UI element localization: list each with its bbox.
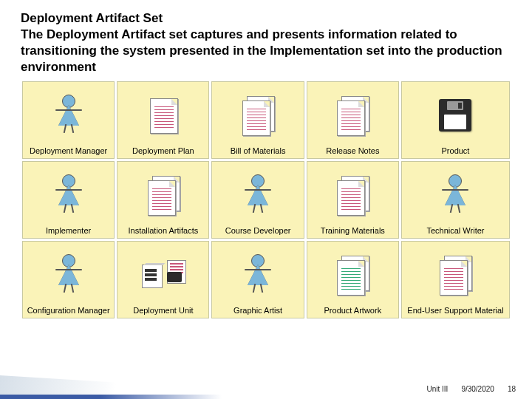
cell-label: Deployment Manager [30,146,107,156]
cell-deployment-plan: Deployment Plan [117,81,209,159]
cell-label: Product [442,146,470,156]
cell-bill-of-materials: Bill of Materials [211,81,304,159]
footer-unit: Unit III [426,385,448,393]
document-stack-icon [214,86,301,143]
person-icon [214,246,301,302]
cell-label: Deployment Plan [132,146,194,156]
document-stack-icon [119,166,207,222]
slide-title: Deployment Artifact Set [21,10,511,27]
box-icon [119,246,207,302]
floppy-icon [403,86,508,143]
person-icon [24,246,112,302]
person-icon [24,166,112,222]
footer: Unit III 9/30/2020 18 [426,385,516,393]
cell-end-user-support-material: End-User Support Material [401,241,510,318]
cell-label: Implementer [46,226,91,236]
document-stack-icon [309,246,397,302]
document-stack-icon [403,246,508,302]
person-icon [403,166,508,222]
cell-label: Graphic Artist [233,306,282,316]
cell-label: Course Developer [225,226,291,236]
document-stack-icon [309,166,397,222]
cell-label: Configuration Manager [27,306,110,316]
person-icon [24,86,112,143]
cell-deployment-manager: Deployment Manager [22,81,115,159]
cell-installation-artifacts: Installation Artifacts [117,161,209,239]
cell-label: End-User Support Material [407,306,503,316]
cell-label: Product Artwork [324,306,382,316]
cell-label: Deployment Unit [133,306,193,316]
cell-label: Installation Artifacts [128,226,198,236]
cell-release-notes: Release Notes [307,81,399,159]
footer-page: 18 [508,385,516,393]
person-icon [214,166,301,222]
cell-deployment-unit: Deployment Unit [117,241,209,318]
cell-configuration-manager: Configuration Manager [22,241,115,318]
cell-training-materials: Training Materials [307,161,399,239]
cell-technical-writer: Technical Writer [401,161,510,239]
slide-description: The Deployment Artifact set captures and… [21,27,511,75]
cell-label: Training Materials [321,226,385,236]
cell-label: Technical Writer [426,226,484,236]
cell-product: Product [401,81,510,159]
artifact-grid: Deployment Manager Deployment Plan Bill … [0,81,532,318]
decor-underline [0,395,222,399]
document-stack-icon [309,86,397,143]
document-icon [119,86,207,143]
cell-course-developer: Course Developer [211,161,304,239]
cell-label: Bill of Materials [231,146,286,156]
cell-product-artwork: Product Artwork [307,241,399,318]
footer-date: 9/30/2020 [461,385,494,393]
cell-label: Release Notes [326,146,379,156]
slide: Deployment Artifact Set The Deployment A… [0,0,532,399]
header: Deployment Artifact Set The Deployment A… [0,0,532,81]
cell-implementer: Implementer [22,161,115,239]
cell-graphic-artist: Graphic Artist [211,241,304,318]
